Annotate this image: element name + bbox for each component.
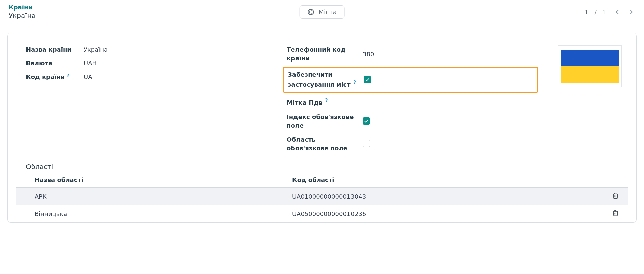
country-flag[interactable] — [558, 45, 622, 87]
help-icon[interactable]: ? — [67, 73, 69, 78]
label-enforce-cities: Забезпечити застосування міст ? — [288, 70, 358, 89]
label-phone-code: Телефонний код країни — [287, 45, 357, 63]
breadcrumb-parent-link[interactable]: Країни — [9, 3, 36, 11]
col-region-code[interactable]: Код області — [292, 172, 593, 188]
label-country-code: Код країни? — [26, 73, 76, 80]
regions-table: Назва області Код області АРК UA01000000… — [16, 172, 628, 222]
label-state-required: Область обов'язкове поле — [287, 135, 357, 153]
label-zip-required: Індекс обов'язкове поле — [287, 113, 357, 130]
form-right-column: Телефонний код країни 380 Забезпечити за… — [287, 43, 538, 155]
trash-icon[interactable] — [612, 192, 619, 199]
pager-next-icon[interactable] — [627, 8, 635, 16]
pager: 1 / 1 — [584, 8, 635, 16]
cities-button[interactable]: Міста — [300, 5, 345, 19]
form-panel: Назва країни Україна Валюта UAH Код краї… — [7, 33, 637, 223]
cities-button-label: Міста — [319, 8, 337, 16]
col-region-name[interactable]: Назва області — [16, 172, 292, 188]
flag-stripe-yellow — [561, 66, 619, 83]
checkbox-enforce-cities[interactable] — [364, 76, 371, 83]
regions-title: Області — [26, 163, 628, 171]
region-code: UA01000000000013043 — [292, 188, 593, 205]
flag-stripe-blue — [561, 50, 619, 66]
label-vat: Мітка Пдв ? — [287, 97, 357, 107]
value-country-name: Україна — [84, 46, 267, 53]
topbar: Країни Україна Міста 1 / 1 — [0, 0, 644, 25]
checkbox-zip-required[interactable] — [363, 117, 370, 125]
value-phone-code: 380 — [363, 51, 383, 58]
help-icon[interactable]: ? — [353, 79, 356, 85]
help-icon[interactable]: ? — [325, 97, 328, 103]
pager-total: 1 — [603, 8, 607, 16]
checkbox-state-required[interactable] — [363, 140, 370, 147]
flag-container — [558, 43, 628, 87]
label-country-name: Назва країни — [26, 46, 76, 53]
form-left-column: Назва країни Україна Валюта UAH Код краї… — [16, 43, 267, 84]
highlight-enforce-cities: Забезпечити застосування міст ? — [283, 67, 538, 92]
trash-icon[interactable] — [612, 210, 619, 216]
table-row[interactable]: Вінницька UA05000000000010236 — [16, 205, 628, 222]
region-code: UA05000000000010236 — [292, 205, 593, 222]
globe-icon — [307, 8, 315, 16]
pager-prev-icon[interactable] — [613, 8, 621, 16]
pager-current: 1 — [584, 8, 589, 16]
value-country-code: UA — [84, 73, 267, 80]
region-name: Вінницька — [16, 205, 292, 222]
breadcrumb-current: Україна — [9, 11, 36, 20]
table-row[interactable]: АРК UA01000000000013043 — [16, 188, 628, 205]
value-currency: UAH — [84, 60, 267, 67]
pager-separator: / — [595, 8, 597, 16]
region-name: АРК — [16, 188, 292, 205]
breadcrumb: Країни Україна — [9, 3, 36, 20]
label-currency: Валюта — [26, 60, 76, 67]
